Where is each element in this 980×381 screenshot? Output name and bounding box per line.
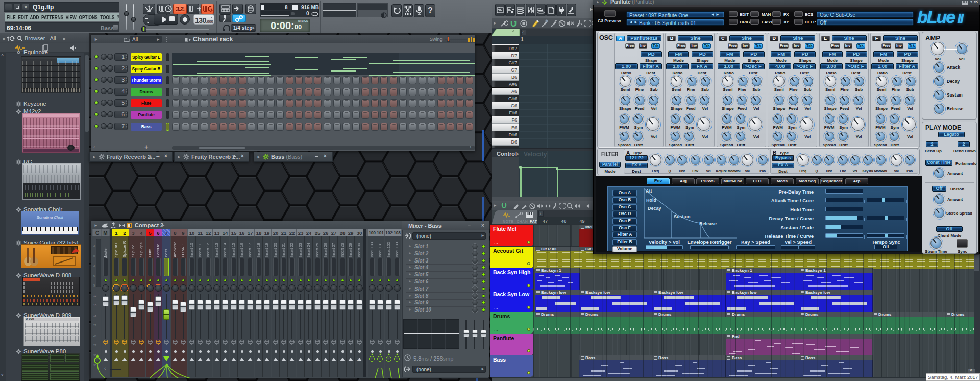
svg-text:Sustain: Sustain bbox=[674, 214, 691, 219]
svg-text:Release: Release bbox=[699, 221, 717, 226]
svg-text:Decay: Decay bbox=[648, 206, 662, 211]
svg-text:Att: Att bbox=[646, 188, 652, 194]
svg-text:Hold: Hold bbox=[646, 198, 656, 203]
